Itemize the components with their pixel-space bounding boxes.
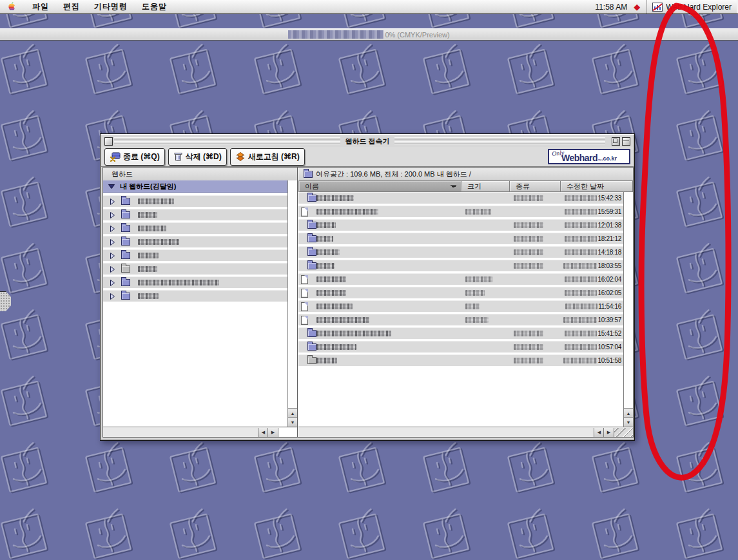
item-icon-cell [301,260,316,271]
disclosure-closed-icon[interactable] [110,264,115,275]
file-row[interactable]: 15:41:52 [298,327,623,339]
delete-button[interactable]: 삭제 (⌘D) [168,148,227,166]
tree-item[interactable] [103,222,287,234]
column-header-name[interactable]: 이름 [298,180,461,192]
tree-root-item[interactable]: 내 웹하드(김달임) [103,180,287,193]
logo-brand: Webhard [561,154,597,162]
item-icon-cell [301,328,316,339]
tree-item[interactable] [103,236,287,247]
tree-item[interactable] [103,263,287,275]
scroll-right-arrow[interactable]: ▶ [267,428,278,437]
menu-item-1[interactable]: 편집 [56,0,87,14]
file-row[interactable]: 15:59:31 [298,206,623,217]
disclosure-closed-icon[interactable] [110,209,115,221]
tree-vertical-scrollbar[interactable]: ▲ ▼ [287,180,297,427]
file-row[interactable]: 10:57:04 [298,341,623,352]
scroll-up-arrow[interactable]: ▲ [288,408,297,418]
document-icon [301,275,308,284]
modified-time: 14:18:18 [597,249,621,256]
column-header-size[interactable]: 크기 [461,180,510,192]
menu-bar-right: 11:58 AM ◆ Web Hard Explorer [595,0,738,14]
refresh-button[interactable]: 새로고침 (⌘R) [230,148,305,166]
kind-cell [514,220,543,231]
scroll-left-arrow[interactable]: ◀ [258,428,268,437]
file-row[interactable]: 11:54:16 [298,300,623,312]
window-title: 웹하드 접속기 [101,137,634,146]
file-row[interactable]: 15:42:33 [298,192,623,204]
scroll-left-arrow[interactable]: ◀ [594,428,604,437]
list-vertical-scrollbar[interactable]: ▲ ▼ [623,192,633,427]
quit-button[interactable]: 종료 (⌘Q) [104,148,165,166]
tree-item[interactable] [103,276,287,288]
disclosure-closed-icon[interactable] [110,277,115,289]
kind-cell [514,355,543,366]
background-window-titlebar[interactable]: 0% (CMYK/Preview) [0,28,738,41]
column-header-kind[interactable]: 종류 [510,180,561,192]
item-icon-cell [301,274,308,285]
redacted-name [316,249,340,255]
modified-time: 15:41:52 [597,330,621,337]
redacted-folder-name [138,239,179,245]
kind-cell [514,260,543,271]
redacted-name [316,331,391,336]
disclosure-closed-icon[interactable] [110,196,115,208]
redacted-folder-name [138,226,166,231]
tree-panel-header[interactable]: 웹하드 [103,168,297,181]
resize-grip[interactable] [614,428,633,437]
redacted-kind [514,263,543,269]
name-cell [316,328,391,339]
list-horizontal-scrollbar[interactable]: ◀ ▶ [298,427,633,437]
document-icon [301,208,308,217]
date-cell: 11:54:16 [561,301,621,312]
scroll-down-arrow[interactable]: ▼ [288,417,297,427]
file-row[interactable]: 12:01:38 [298,219,623,231]
menu-clock[interactable]: 11:58 AM [595,3,634,12]
file-row[interactable]: 14:18:18 [298,246,623,258]
redacted-kind [514,358,543,363]
scroll-down-arrow[interactable]: ▼ [624,417,633,427]
scroll-up-arrow[interactable]: ▲ [624,408,633,418]
file-row[interactable]: 10:39:57 [298,314,623,325]
alert-diamond-icon[interactable]: ◆ [634,2,646,12]
tree-item[interactable] [103,290,287,302]
menu-item-3[interactable]: 도움말 [135,0,174,14]
refresh-icon [235,151,246,162]
redacted-kind [514,344,543,350]
file-row[interactable]: 18:03:55 [298,260,623,271]
tree-item[interactable] [103,209,287,220]
date-cell: 10:51:58 [561,355,621,366]
folder-icon [307,357,316,364]
redacted-folder-name [138,212,157,218]
size-cell [465,274,492,285]
tree-item[interactable] [103,249,287,261]
space-info-text: 여유공간 : 109.6 MB, 전체 : 200.0 MB 내 웹하드 / [316,169,471,179]
name-cell [316,342,356,352]
tree-item[interactable] [103,195,287,207]
menu-item-0[interactable]: 파일 [25,0,56,14]
disclosure-closed-icon[interactable] [110,223,115,235]
scroll-right-arrow[interactable]: ▶ [603,428,614,437]
folder-icon [121,293,130,300]
disclosure-closed-icon[interactable] [110,237,115,248]
menu-item-2[interactable]: 기타명령 [87,0,135,14]
toolbar: 종료 (⌘Q) 삭제 (⌘D) 새로고침 (⌘R) Only Webh [101,147,634,167]
file-row[interactable]: 18:21:12 [298,233,623,244]
redacted-name [316,304,353,309]
file-row[interactable]: 16:02:04 [298,273,623,285]
file-row[interactable]: 10:51:58 [298,354,623,366]
file-row[interactable]: 16:02:05 [298,287,623,298]
disclosure-open-icon[interactable] [108,184,115,189]
apple-menu[interactable] [8,2,16,12]
item-icon-cell [301,220,316,231]
kind-cell [514,233,543,244]
folder-icon [121,211,130,218]
date-cell: 12:01:38 [561,220,621,231]
window-titlebar[interactable]: 웹하드 접속기 [101,135,634,147]
disclosure-closed-icon[interactable] [110,250,115,262]
column-header-modified[interactable]: 수정한 날짜 [561,180,633,192]
disclosure-closed-icon[interactable] [110,291,115,302]
tree-horizontal-scrollbar[interactable]: ◀ ▶ [103,427,297,437]
application-switcher[interactable]: Web Hard Explorer [646,0,738,14]
item-icon-cell [301,287,308,298]
kind-cell [514,342,543,352]
